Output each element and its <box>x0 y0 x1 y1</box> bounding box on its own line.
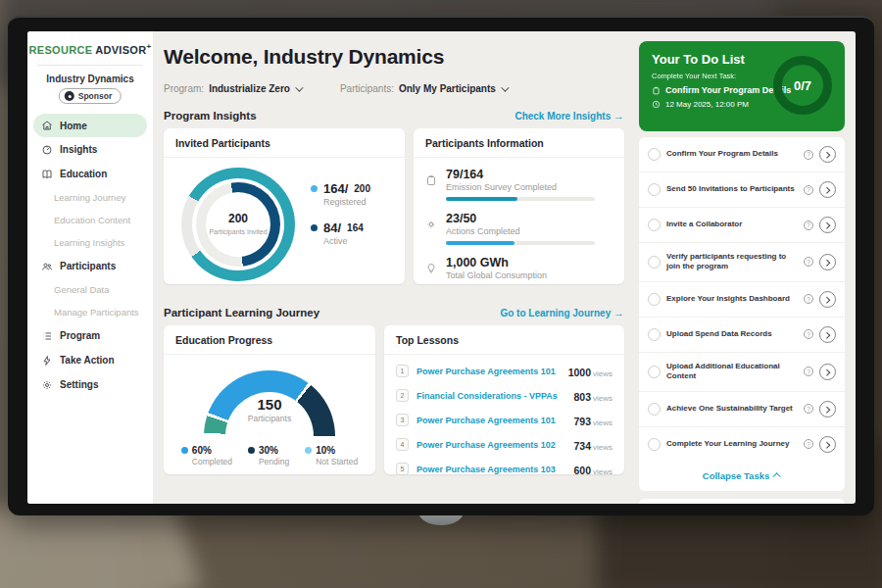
sidebar-item-learning-insights[interactable]: Learning Insights <box>27 231 153 254</box>
gauge-legend: 60% Completed 30% Pending 10% Not Starte… <box>164 445 375 466</box>
help-icon[interactable]: ? <box>804 220 813 230</box>
program-dropdown[interactable]: Industrialize Zero <box>209 83 301 94</box>
help-icon[interactable]: ? <box>804 329 813 339</box>
views-count: 793 <box>573 416 591 427</box>
help-icon[interactable]: ? <box>804 294 813 304</box>
sidebar-item-manage-participants[interactable]: Manage Participants <box>27 301 153 323</box>
lesson-rank: 4 <box>396 438 409 451</box>
task-row-verify-participants[interactable]: Verify participants requesting to join t… <box>639 243 845 282</box>
emission-survey-row: 79/164 Emission Survey Completed <box>425 168 612 201</box>
lesson-link[interactable]: Financial Considerations - VPPAs <box>416 391 565 401</box>
clipboard-icon <box>652 86 661 95</box>
donut-legend: 164/200 Registered 84/164 Active <box>311 181 370 260</box>
task-checkbox[interactable] <box>648 219 661 231</box>
sidebar-item-settings[interactable]: Settings <box>27 372 153 397</box>
page-title: Welcome, Industry Dynamics <box>164 45 444 69</box>
participants-dropdown[interactable]: Only My Participants <box>399 83 507 94</box>
go-to-learning-journey-link[interactable]: Go to Learning Journey → <box>500 307 624 318</box>
task-checkbox[interactable] <box>648 366 661 378</box>
task-row-send-invitations[interactable]: Send 50 Invitations to Participants ? <box>639 172 845 208</box>
chevron-right-icon <box>823 331 830 338</box>
task-row-complete-learning-journey[interactable]: Complete Your Learning Journey ? <box>639 427 845 462</box>
task-row-upload-spend-data[interactable]: Upload Spend Data Records ? <box>639 318 845 353</box>
sidebar-item-take-action[interactable]: Take Action <box>27 348 153 372</box>
help-icon[interactable]: ? <box>804 367 813 376</box>
lesson-row: 1 Power Purchase Agreements 101 1000view… <box>396 359 612 383</box>
chevron-right-icon <box>823 222 830 229</box>
task-checkbox[interactable] <box>648 293 661 306</box>
sidebar-item-learning-journey[interactable]: Learning Journey <box>27 186 153 209</box>
task-go-button[interactable] <box>819 254 836 270</box>
task-row-invite-collaborator[interactable]: Invite a Collaborator ? <box>639 208 845 243</box>
task-go-button[interactable] <box>819 364 836 380</box>
progress-bar-fill <box>446 241 514 245</box>
invited-participants-card: Invited Participants 200 Participants In… <box>164 128 405 284</box>
todo-summary-card: Your To Do List Complete Your Next Task:… <box>639 41 845 131</box>
task-checkbox[interactable] <box>648 256 661 269</box>
sidebar-item-label: General Data <box>54 284 110 295</box>
task-checkbox[interactable] <box>648 438 661 451</box>
todo-progress-ring: 0/7 <box>773 56 832 115</box>
insights-icon <box>41 144 53 156</box>
program-filter-label: Program: <box>164 83 204 94</box>
task-go-button[interactable] <box>819 291 836 308</box>
legend-dot <box>248 447 255 454</box>
task-list: Confirm Your Program Details ? Send 50 I… <box>639 137 845 491</box>
lesson-link[interactable]: Power Purchase Agreements 101 <box>416 367 561 376</box>
clock-icon <box>652 100 661 109</box>
task-checkbox[interactable] <box>648 183 661 196</box>
task-go-button[interactable] <box>819 181 836 198</box>
task-go-button[interactable] <box>819 217 836 233</box>
task-go-button[interactable] <box>819 326 836 343</box>
actions-icon <box>425 212 438 245</box>
collapse-tasks-link[interactable]: Collapse Tasks <box>639 462 845 491</box>
help-icon[interactable]: ? <box>804 439 813 449</box>
task-go-button[interactable] <box>819 401 836 417</box>
sidebar-item-general-data[interactable]: General Data <box>27 278 153 301</box>
logo-secondary: ADVISOR <box>95 44 146 56</box>
task-row-confirm-program[interactable]: Confirm Your Program Details ? <box>639 137 845 172</box>
lesson-rank: 3 <box>396 414 409 426</box>
task-row-achieve-target[interactable]: Achieve One Sustainability Target ? <box>639 392 845 427</box>
help-icon[interactable]: ? <box>804 257 813 267</box>
lesson-rank: 2 <box>396 389 409 402</box>
stat-label: Total Global Consumption <box>446 270 547 280</box>
sidebar-item-label: Education <box>60 169 107 179</box>
check-more-insights-link[interactable]: Check More Insights → <box>514 110 624 122</box>
chevron-right-icon <box>823 441 830 448</box>
task-go-button[interactable] <box>819 146 836 163</box>
sidebar-item-label: Learning Journey <box>54 192 125 203</box>
progress-bar <box>446 197 595 201</box>
task-checkbox[interactable] <box>648 403 661 416</box>
sidebar-item-participants[interactable]: Participants <box>27 254 153 278</box>
task-checkbox[interactable] <box>648 328 661 341</box>
task-row-upload-educational-content[interactable]: Upload Additional Educational Content ? <box>639 353 845 392</box>
book-icon <box>41 169 53 180</box>
sidebar-item-education-content[interactable]: Education Content <box>27 209 153 231</box>
clipboard-icon <box>425 168 438 201</box>
lesson-row: 3 Power Purchase Agreements 101 793views <box>396 408 612 432</box>
global-consumption-row: 1,000 GWh Total Global Consumption <box>425 256 612 280</box>
card-title: Top Lessons <box>384 325 624 355</box>
task-go-button[interactable] <box>819 436 836 453</box>
sidebar-item-insights[interactable]: Insights <box>27 137 153 162</box>
insights-cards-row: Invited Participants 200 Participants In… <box>164 128 624 284</box>
stat-value: 79/164 <box>446 168 595 181</box>
sidebar-item-program[interactable]: Program <box>27 323 153 348</box>
sidebar-item-education[interactable]: Education <box>27 162 153 186</box>
lesson-link[interactable]: Power Purchase Agreements 102 <box>416 440 565 450</box>
gauge-center-label: Participants <box>204 414 335 423</box>
lesson-row: 5 Power Purchase Agreements 103 600views <box>396 457 612 481</box>
help-icon[interactable]: ? <box>804 404 813 414</box>
lightbulb-icon <box>425 256 438 280</box>
help-icon[interactable]: ? <box>804 150 813 160</box>
lesson-link[interactable]: Power Purchase Agreements 101 <box>416 416 565 425</box>
sidebar-item-home[interactable]: Home <box>33 114 147 137</box>
help-icon[interactable]: ? <box>804 185 813 195</box>
invited-participants-donut-chart: 200 Participants Invited <box>181 168 295 281</box>
lesson-rank: 5 <box>396 463 409 475</box>
lesson-link[interactable]: Power Purchase Agreements 103 <box>416 465 565 474</box>
task-checkbox[interactable] <box>648 148 661 161</box>
task-row-explore-insights[interactable]: Explore Your Insights Dashboard ? <box>639 282 845 318</box>
sponsor-badge[interactable]: Sponsor <box>59 88 122 104</box>
